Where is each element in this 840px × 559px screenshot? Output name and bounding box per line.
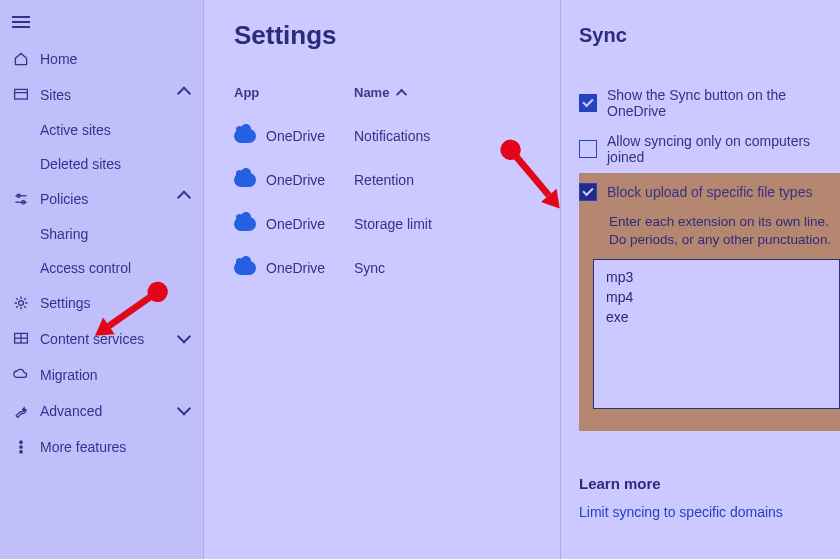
svg-rect-0 <box>15 89 28 99</box>
learn-more-heading: Learn more <box>579 475 840 492</box>
sidebar-item-home[interactable]: Home <box>0 42 203 76</box>
admin-sidebar: Home Sites Active sites Deleted sites Po… <box>0 0 204 559</box>
sidebar-item-more-features[interactable]: More features <box>0 430 203 464</box>
option-label: Show the Sync button on the OneDrive <box>607 87 840 119</box>
cell-app: OneDrive <box>266 260 325 276</box>
sidebar-item-label: Policies <box>40 191 88 207</box>
svg-point-12 <box>20 451 22 453</box>
onedrive-icon <box>234 173 256 187</box>
chevron-up-icon <box>177 190 191 204</box>
sidebar-item-label: Sites <box>40 87 71 103</box>
globe-icon <box>12 86 30 104</box>
sidebar-item-label: More features <box>40 439 126 455</box>
sidebar-item-settings[interactable]: Settings <box>0 286 203 320</box>
checkbox-unchecked-icon[interactable] <box>579 140 597 158</box>
cell-name: Sync <box>354 260 554 276</box>
option-label: Allow syncing only on computers joined <box>607 133 840 165</box>
sync-settings-panel: Sync Show the Sync button on the OneDriv… <box>560 0 840 559</box>
cell-name: Notifications <box>354 128 554 144</box>
sidebar-item-policies[interactable]: Policies <box>0 182 203 216</box>
sidebar-item-label: Access control <box>40 260 131 276</box>
wrench-icon <box>12 402 30 420</box>
sidebar-item-label: Advanced <box>40 403 102 419</box>
sidebar-item-active-sites[interactable]: Active sites <box>0 114 203 146</box>
chevron-down-icon <box>177 401 191 415</box>
cloud-upload-icon <box>12 366 30 384</box>
onedrive-icon <box>234 217 256 231</box>
sidebar-item-access-control[interactable]: Access control <box>0 252 203 284</box>
checkbox-checked-icon[interactable] <box>579 183 597 201</box>
column-header-name[interactable]: Name <box>354 85 554 100</box>
highlighted-section: Block upload of specific file types Ente… <box>579 173 840 431</box>
sidebar-item-label: Sharing <box>40 226 88 242</box>
onedrive-icon <box>234 129 256 143</box>
sidebar-item-content-services[interactable]: Content services <box>0 322 203 356</box>
sidebar-item-label: Deleted sites <box>40 156 121 172</box>
svg-point-6 <box>19 301 24 306</box>
sidebar-item-label: Home <box>40 51 77 67</box>
cell-name: Retention <box>354 172 554 188</box>
sidebar-item-deleted-sites[interactable]: Deleted sites <box>0 148 203 180</box>
cell-name: Storage limit <box>354 216 554 232</box>
option-block-file-types[interactable]: Block upload of specific file types <box>579 173 840 207</box>
more-vertical-icon <box>12 438 30 456</box>
option-allow-domain-joined[interactable]: Allow syncing only on computers joined <box>579 133 840 165</box>
sidebar-item-advanced[interactable]: Advanced <box>0 394 203 428</box>
sidebar-item-label: Active sites <box>40 122 111 138</box>
learn-more-link[interactable]: Limit syncing to specific domains <box>579 504 840 520</box>
sort-ascending-icon <box>396 89 407 100</box>
svg-point-11 <box>20 446 22 448</box>
blocked-extensions-textarea[interactable] <box>593 259 840 409</box>
sidebar-item-label: Settings <box>40 295 91 311</box>
cell-app: OneDrive <box>266 172 325 188</box>
column-header-label: Name <box>354 85 389 100</box>
option-show-sync-button[interactable]: Show the Sync button on the OneDrive <box>579 87 840 119</box>
hamburger-button[interactable] <box>0 8 203 42</box>
sidebar-item-label: Content services <box>40 331 144 347</box>
main-content: Settings App Name OneDrive Notifications… <box>204 0 840 559</box>
panel-title: Sync <box>579 24 840 47</box>
sliders-icon <box>12 190 30 208</box>
checkbox-checked-icon[interactable] <box>579 94 597 112</box>
onedrive-icon <box>234 261 256 275</box>
gear-icon <box>12 294 30 312</box>
cell-app: OneDrive <box>266 216 325 232</box>
hamburger-icon <box>12 16 30 28</box>
option-label: Block upload of specific file types <box>607 184 812 200</box>
grid-icon <box>12 330 30 348</box>
chevron-up-icon <box>177 86 191 100</box>
chevron-down-icon <box>177 329 191 343</box>
svg-point-10 <box>20 441 22 443</box>
option-hint: Enter each extension on its own line. Do… <box>579 213 840 259</box>
home-icon <box>12 50 30 68</box>
sidebar-item-migration[interactable]: Migration <box>0 358 203 392</box>
sidebar-item-sites[interactable]: Sites <box>0 78 203 112</box>
sidebar-item-sharing[interactable]: Sharing <box>0 218 203 250</box>
sidebar-item-label: Migration <box>40 367 98 383</box>
cell-app: OneDrive <box>266 128 325 144</box>
column-header-app[interactable]: App <box>234 85 354 100</box>
